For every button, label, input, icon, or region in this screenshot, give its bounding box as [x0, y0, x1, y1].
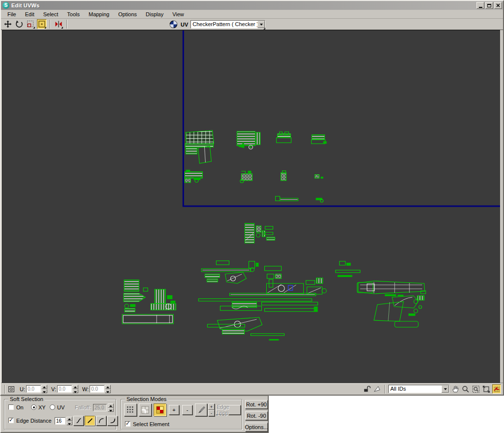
menu-view[interactable]: View — [168, 10, 189, 18]
uv-island-cluster[interactable] — [198, 261, 360, 340]
falloff-spinner[interactable] — [108, 403, 114, 412]
soft-selection-on-checkbox[interactable] — [8, 404, 14, 410]
material-id-arrow[interactable] — [441, 385, 449, 393]
uv-radio[interactable] — [50, 404, 55, 410]
options-button[interactable]: Options... — [245, 423, 268, 432]
paint-select-button[interactable] — [195, 403, 207, 416]
grid-snap-button[interactable] — [492, 384, 501, 394]
menu-tools[interactable]: Tools — [63, 10, 84, 18]
uv-island-cluster[interactable] — [240, 171, 252, 183]
falloff-linear-button[interactable] — [85, 416, 95, 426]
freeform-mode-button[interactable] — [37, 19, 47, 29]
w-spinner[interactable] — [105, 385, 111, 393]
uv-island-cluster[interactable] — [185, 130, 214, 163]
falloff-fast-button[interactable] — [96, 416, 106, 426]
spinner-down-icon[interactable] — [108, 408, 114, 412]
title-bar[interactable]: S Edit UVWs — [1, 1, 503, 10]
vertex-mode-button[interactable] — [124, 403, 137, 416]
u-input[interactable] — [26, 385, 41, 393]
menu-options[interactable]: Options — [114, 10, 141, 18]
u-spinner[interactable] — [41, 385, 47, 393]
close-button[interactable] — [494, 2, 502, 9]
face-mode-button[interactable] — [154, 403, 166, 416]
zoom-region-button[interactable] — [472, 384, 480, 394]
texture-dropdown-arrow[interactable] — [257, 21, 265, 28]
uv-island-cluster[interactable] — [122, 280, 176, 324]
rotate-minus-90-button[interactable]: Rot. -90 — [245, 411, 268, 420]
w-input[interactable] — [90, 385, 104, 393]
scale-button[interactable] — [26, 19, 35, 29]
spinner-down-icon[interactable] — [41, 389, 47, 394]
shrink-selection-button[interactable]: - — [182, 405, 192, 415]
uv-island-cluster[interactable] — [316, 198, 323, 202]
pan-button[interactable] — [451, 384, 460, 394]
uv-island-cluster[interactable] — [237, 131, 260, 149]
spinner-down-icon[interactable] — [105, 389, 111, 394]
filter-selected-faces-button[interactable] — [373, 384, 381, 394]
brush-size-up-button[interactable]: + — [208, 403, 215, 410]
spinner-up-icon[interactable] — [66, 417, 72, 421]
uv-island-cluster[interactable] — [185, 170, 202, 183]
mirror-button[interactable] — [54, 19, 63, 29]
zoom-extents-icon — [482, 385, 490, 393]
spinner-up-icon[interactable] — [105, 385, 111, 389]
uv-coords-button[interactable]: UV — [180, 21, 189, 29]
bottom-rollout-panel: Soft Selection On XY UV Falloff: Edge Di… — [0, 396, 269, 433]
uv-island-cluster[interactable] — [277, 132, 291, 143]
texture-dropdown-value: CheckerPattern ( Checker ) — [191, 21, 257, 28]
uv-island-cluster[interactable] — [276, 196, 298, 201]
close-icon — [496, 3, 500, 7]
vertex-mode-icon — [126, 405, 135, 414]
edge-mode-button[interactable] — [139, 403, 152, 416]
edge-distance-checkbox[interactable] — [8, 418, 14, 423]
falloff-slow-button[interactable] — [107, 416, 118, 426]
falloff-input[interactable] — [93, 404, 107, 411]
texture-dropdown[interactable]: CheckerPattern ( Checker ) — [190, 20, 265, 29]
xy-radio[interactable] — [31, 404, 36, 410]
spinner-up-icon[interactable] — [72, 385, 78, 389]
uv-island-cluster[interactable] — [281, 171, 286, 181]
zoom-extents-button[interactable] — [482, 384, 491, 394]
menu-display[interactable]: Display — [141, 10, 168, 18]
pan-hand-icon — [451, 385, 460, 393]
spinner-down-icon[interactable] — [66, 421, 72, 426]
falloff-smooth-button[interactable] — [73, 416, 84, 426]
edge-loop-button[interactable]: Edge Loop — [216, 405, 241, 415]
uv-island-cluster[interactable] — [312, 135, 327, 144]
spinner-up-icon[interactable] — [41, 385, 47, 389]
uv-island-cluster[interactable] — [315, 175, 323, 179]
falloff-label: Falloff: — [75, 404, 91, 410]
slow-curve-icon — [109, 417, 116, 424]
brush-size-down-button[interactable]: - — [208, 410, 215, 416]
menu-mapping[interactable]: Mapping — [84, 10, 114, 18]
spinner-up-icon[interactable] — [108, 403, 114, 408]
zoom-button[interactable] — [461, 384, 470, 394]
menu-file[interactable]: File — [3, 10, 21, 18]
move-button[interactable] — [3, 19, 13, 29]
v-spinner[interactable] — [72, 385, 78, 393]
uv-island-cluster[interactable] — [357, 281, 426, 327]
uv-canvas[interactable] — [2, 30, 500, 383]
fast-curve-icon — [98, 417, 105, 424]
grow-selection-button[interactable]: + — [169, 405, 179, 415]
menu-select[interactable]: Select — [39, 10, 63, 18]
uv-editor-viewport[interactable] — [2, 31, 500, 383]
uv-island-cluster[interactable] — [245, 223, 275, 243]
menu-edit[interactable]: Edit — [21, 10, 39, 18]
rotate-plus-90-button[interactable]: Rot. +90 — [245, 400, 268, 409]
transform-type-in-bar: U: V: W: — [1, 383, 503, 395]
minimize-button[interactable] — [476, 2, 484, 9]
rotate-button[interactable] — [14, 19, 24, 29]
lock-selection-button[interactable] — [362, 384, 371, 394]
material-id-dropdown[interactable]: All IDs — [388, 385, 449, 393]
v-label: V: — [51, 386, 56, 392]
v-input[interactable] — [57, 385, 72, 393]
spinner-down-icon[interactable] — [72, 389, 78, 394]
show-map-button[interactable] — [168, 20, 178, 30]
toolbar-separator — [66, 20, 67, 29]
absolute-mode-button[interactable] — [7, 384, 16, 394]
select-element-checkbox[interactable] — [125, 421, 130, 427]
edge-distance-spinner[interactable] — [66, 417, 72, 425]
edge-distance-input[interactable] — [55, 417, 65, 425]
maximize-button[interactable] — [485, 2, 493, 9]
